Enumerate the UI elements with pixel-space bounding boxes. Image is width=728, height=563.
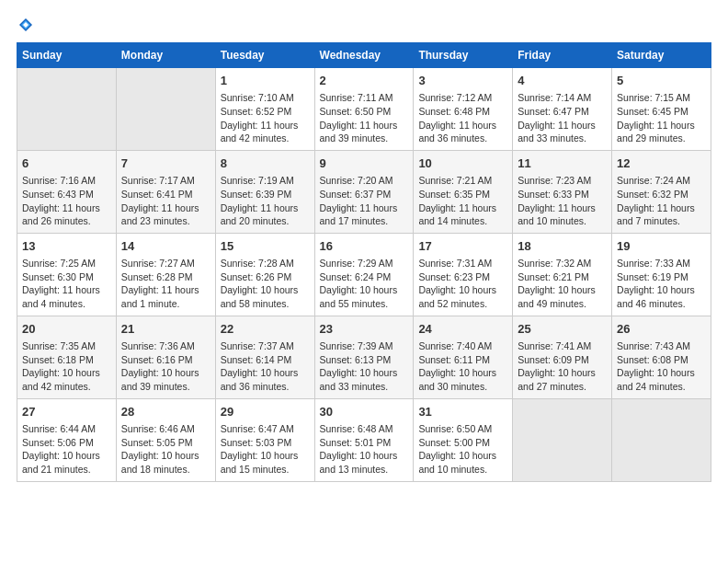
day-number: 27 (22, 404, 111, 420)
calendar-cell (116, 68, 215, 151)
cell-content: Sunrise: 6:44 AM Sunset: 5:06 PM Dayligh… (22, 422, 111, 477)
calendar-cell: 23Sunrise: 7:39 AM Sunset: 6:13 PM Dayli… (314, 316, 414, 398)
day-number: 17 (418, 238, 507, 255)
calendar-cell: 19Sunrise: 7:33 AM Sunset: 6:19 PM Dayli… (612, 233, 711, 316)
header-day-saturday: Saturday (612, 43, 711, 68)
day-number: 4 (518, 73, 607, 89)
day-number: 24 (418, 321, 507, 338)
header-day-tuesday: Tuesday (215, 43, 314, 68)
cell-content: Sunrise: 7:11 AM Sunset: 6:50 PM Dayligh… (320, 91, 409, 145)
cell-content: Sunrise: 7:39 AM Sunset: 6:13 PM Dayligh… (320, 339, 409, 394)
calendar-cell: 28Sunrise: 6:46 AM Sunset: 5:05 PM Dayli… (116, 398, 215, 481)
day-number: 3 (418, 73, 507, 89)
header-day-wednesday: Wednesday (314, 43, 414, 68)
calendar-cell: 27Sunrise: 6:44 AM Sunset: 5:06 PM Dayli… (17, 398, 117, 481)
cell-content: Sunrise: 7:14 AM Sunset: 6:47 PM Dayligh… (518, 91, 607, 145)
cell-content: Sunrise: 7:25 AM Sunset: 6:30 PM Dayligh… (22, 257, 111, 311)
calendar-cell: 16Sunrise: 7:29 AM Sunset: 6:24 PM Dayli… (314, 233, 414, 316)
calendar-table: SundayMondayTuesdayWednesdayThursdayFrid… (17, 42, 711, 482)
header-day-thursday: Thursday (414, 43, 513, 68)
calendar-cell: 9Sunrise: 7:20 AM Sunset: 6:37 PM Daylig… (314, 150, 414, 233)
calendar-cell: 7Sunrise: 7:17 AM Sunset: 6:41 PM Daylig… (116, 150, 215, 233)
day-number: 14 (121, 238, 210, 255)
calendar-cell: 24Sunrise: 7:40 AM Sunset: 6:11 PM Dayli… (414, 316, 513, 398)
cell-content: Sunrise: 7:43 AM Sunset: 6:08 PM Dayligh… (617, 339, 706, 394)
calendar-cell: 3Sunrise: 7:12 AM Sunset: 6:48 PM Daylig… (414, 68, 513, 151)
calendar-cell: 14Sunrise: 7:27 AM Sunset: 6:28 PM Dayli… (116, 233, 215, 316)
cell-content: Sunrise: 7:19 AM Sunset: 6:39 PM Dayligh… (221, 174, 310, 228)
day-number: 7 (121, 155, 210, 172)
cell-content: Sunrise: 6:46 AM Sunset: 5:05 PM Dayligh… (121, 422, 210, 477)
calendar-cell: 10Sunrise: 7:21 AM Sunset: 6:35 PM Dayli… (414, 150, 513, 233)
calendar-cell: 1Sunrise: 7:10 AM Sunset: 6:52 PM Daylig… (215, 68, 314, 151)
cell-content: Sunrise: 7:28 AM Sunset: 6:26 PM Dayligh… (221, 257, 310, 311)
day-number: 15 (221, 238, 310, 255)
day-number: 13 (22, 238, 111, 255)
cell-content: Sunrise: 6:50 AM Sunset: 5:00 PM Dayligh… (418, 422, 507, 477)
cell-content: Sunrise: 6:48 AM Sunset: 5:01 PM Dayligh… (320, 422, 409, 477)
week-row-4: 20Sunrise: 7:35 AM Sunset: 6:18 PM Dayli… (17, 316, 711, 398)
day-number: 22 (221, 321, 310, 338)
day-number: 6 (22, 155, 111, 172)
calendar-cell: 30Sunrise: 6:48 AM Sunset: 5:01 PM Dayli… (314, 398, 414, 481)
calendar-cell: 2Sunrise: 7:11 AM Sunset: 6:50 PM Daylig… (314, 68, 414, 151)
calendar-cell: 13Sunrise: 7:25 AM Sunset: 6:30 PM Dayli… (17, 233, 117, 316)
week-row-3: 13Sunrise: 7:25 AM Sunset: 6:30 PM Dayli… (17, 233, 711, 316)
day-number: 5 (617, 73, 706, 89)
day-number: 21 (121, 321, 210, 338)
calendar-cell: 4Sunrise: 7:14 AM Sunset: 6:47 PM Daylig… (513, 68, 612, 151)
calendar-cell: 29Sunrise: 6:47 AM Sunset: 5:03 PM Dayli… (215, 398, 314, 481)
calendar-page: SundayMondayTuesdayWednesdayThursdayFrid… (0, 0, 728, 563)
calendar-cell (612, 398, 711, 481)
day-number: 2 (320, 73, 409, 89)
day-number: 18 (518, 238, 607, 255)
calendar-cell: 22Sunrise: 7:37 AM Sunset: 6:14 PM Dayli… (215, 316, 314, 398)
cell-content: Sunrise: 7:33 AM Sunset: 6:19 PM Dayligh… (617, 257, 706, 311)
calendar-cell: 12Sunrise: 7:24 AM Sunset: 6:32 PM Dayli… (612, 150, 711, 233)
header (17, 17, 711, 33)
cell-content: Sunrise: 7:37 AM Sunset: 6:14 PM Dayligh… (221, 339, 310, 394)
day-number: 28 (121, 404, 210, 420)
calendar-cell (17, 68, 117, 151)
week-row-2: 6Sunrise: 7:16 AM Sunset: 6:43 PM Daylig… (17, 150, 711, 233)
cell-content: Sunrise: 6:47 AM Sunset: 5:03 PM Dayligh… (221, 422, 310, 477)
day-number: 30 (320, 404, 409, 420)
cell-content: Sunrise: 7:17 AM Sunset: 6:41 PM Dayligh… (121, 174, 210, 228)
day-number: 19 (617, 238, 706, 255)
cell-content: Sunrise: 7:23 AM Sunset: 6:33 PM Dayligh… (518, 174, 607, 228)
cell-content: Sunrise: 7:24 AM Sunset: 6:32 PM Dayligh… (617, 174, 706, 228)
cell-content: Sunrise: 7:41 AM Sunset: 6:09 PM Dayligh… (518, 339, 607, 394)
cell-content: Sunrise: 7:36 AM Sunset: 6:16 PM Dayligh… (121, 339, 210, 394)
day-number: 25 (518, 321, 607, 338)
day-number: 8 (221, 155, 310, 172)
logo (17, 17, 34, 33)
calendar-cell: 15Sunrise: 7:28 AM Sunset: 6:26 PM Dayli… (215, 233, 314, 316)
calendar-cell: 31Sunrise: 6:50 AM Sunset: 5:00 PM Dayli… (414, 398, 513, 481)
header-day-friday: Friday (513, 43, 612, 68)
calendar-cell: 26Sunrise: 7:43 AM Sunset: 6:08 PM Dayli… (612, 316, 711, 398)
calendar-cell: 21Sunrise: 7:36 AM Sunset: 6:16 PM Dayli… (116, 316, 215, 398)
day-number: 31 (418, 404, 507, 420)
cell-content: Sunrise: 7:21 AM Sunset: 6:35 PM Dayligh… (418, 174, 507, 228)
calendar-cell: 20Sunrise: 7:35 AM Sunset: 6:18 PM Dayli… (17, 316, 117, 398)
cell-content: Sunrise: 7:40 AM Sunset: 6:11 PM Dayligh… (418, 339, 507, 394)
week-row-5: 27Sunrise: 6:44 AM Sunset: 5:06 PM Dayli… (17, 398, 711, 481)
day-number: 11 (518, 155, 607, 172)
cell-content: Sunrise: 7:12 AM Sunset: 6:48 PM Dayligh… (418, 91, 507, 145)
day-number: 26 (617, 321, 706, 338)
header-day-monday: Monday (116, 43, 215, 68)
calendar-cell: 5Sunrise: 7:15 AM Sunset: 6:45 PM Daylig… (612, 68, 711, 151)
day-number: 9 (320, 155, 409, 172)
calendar-cell: 17Sunrise: 7:31 AM Sunset: 6:23 PM Dayli… (414, 233, 513, 316)
cell-content: Sunrise: 7:20 AM Sunset: 6:37 PM Dayligh… (320, 174, 409, 228)
day-number: 29 (221, 404, 310, 420)
calendar-cell: 8Sunrise: 7:19 AM Sunset: 6:39 PM Daylig… (215, 150, 314, 233)
cell-content: Sunrise: 7:32 AM Sunset: 6:21 PM Dayligh… (518, 257, 607, 311)
cell-content: Sunrise: 7:10 AM Sunset: 6:52 PM Dayligh… (221, 91, 310, 145)
day-number: 1 (221, 73, 310, 89)
cell-content: Sunrise: 7:27 AM Sunset: 6:28 PM Dayligh… (121, 257, 210, 311)
day-number: 16 (320, 238, 409, 255)
cell-content: Sunrise: 7:29 AM Sunset: 6:24 PM Dayligh… (320, 257, 409, 311)
header-day-sunday: Sunday (17, 43, 117, 68)
cell-content: Sunrise: 7:31 AM Sunset: 6:23 PM Dayligh… (418, 257, 507, 311)
